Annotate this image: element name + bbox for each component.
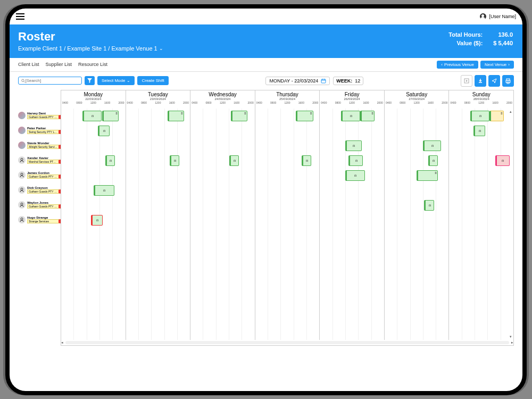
shift-block[interactable]: ⊡ [428,155,438,166]
avatar [18,171,26,179]
horizontal-scrollbar[interactable]: ◂ ▸ [61,340,513,345]
shift-block[interactable]: ≡ [231,111,247,121]
tablet-frame: [User Name] Roster Example Client 1 / Ex… [5,4,527,395]
shift-block[interactable]: ⊡ [423,140,441,151]
day-header: Wednesday24/03/202404000800120016002000 [190,90,255,109]
resource-row[interactable]: Peter ParkerSwing Security PTY LTD [18,123,61,138]
shift-block[interactable]: ⊡ [91,215,103,226]
download-icon [477,78,484,84]
schedule-header: Monday22/03/202404000800120016002000Tues… [61,90,513,109]
next-venue-button[interactable]: Next Venue › [480,61,514,69]
resource-row[interactable]: James GordonGotham Guards PTY LTD [18,168,61,182]
resource-company: Strange Services [27,219,61,223]
avatar [18,216,26,223]
send-button[interactable] [488,75,500,87]
resource-company: Swing Security PTY LTD [27,130,61,134]
shift-block[interactable]: ⊡ [345,140,361,151]
schedule-body: ⊡≡≡≡≡⊡≡⊡≡⊡⊡⊡⊡⊡⊡⊡⊡⊡⊡⊡⊡≡⊡⊡⊡ ▴▾ [61,109,513,340]
resource-row[interactable]: Xander XavierMarshal Services PTY LTD [18,153,61,168]
avatar [18,186,26,194]
shift-block[interactable]: ⊡ [345,170,364,181]
tab-supplier-list[interactable]: Supplier List [46,62,72,67]
breadcrumb[interactable]: Example Client 1 / Example Site 1 / Exam… [18,45,163,52]
svg-point-10 [21,158,23,160]
avatar [18,201,26,209]
tab-client-list[interactable]: Client List [18,62,39,67]
svg-point-13 [21,203,23,205]
toolbar: Select Mode ⌄ Create Shift MONDAY - 22/0… [10,72,522,90]
shift-block[interactable]: ⊡ [302,155,311,166]
schedule-grid: Harvey DentGotham Guards PTY LTDPeter Pa… [10,90,522,346]
tab-resource-list[interactable]: Resource List [78,62,107,67]
hamburger-icon[interactable] [16,13,24,20]
shift-block[interactable]: ≡ [417,170,438,181]
chevron-down-icon: ⌄ [159,46,163,51]
resource-company: Gotham Guards PTY LTD [27,189,61,194]
page-header: Roster Example Client 1 / Example Site 1… [10,24,522,58]
resource-company: Allnight Security Services [27,145,61,149]
day-header: Monday22/03/202404000800120016002000 [61,90,126,109]
user-name: [User Name] [489,14,516,19]
subnav: Client List Supplier List Resource List … [10,58,522,72]
resource-row[interactable]: Waylon JonesGotham Guards PTY LTD [18,197,61,212]
schedule-area[interactable]: Monday22/03/202404000800120016002000Tues… [61,90,514,346]
filter-button[interactable] [85,76,95,85]
svg-point-0 [22,79,24,81]
shift-block[interactable]: ≡ [102,111,119,121]
shift-block[interactable]: ⊡ [495,155,510,166]
shift-block[interactable]: ⊡ [98,126,110,136]
shift-block[interactable]: ⊡ [424,200,434,211]
vertical-scrollbar[interactable]: ▴▾ [508,109,513,340]
date-picker[interactable]: MONDAY - 22/03/2024 [265,77,330,85]
day-header: Thursday25/03/202404000800120016002000 [255,90,320,109]
resource-row[interactable]: Harvey DentGotham Guards PTY LTD [18,108,61,123]
resource-row[interactable]: Stevie WonderAllnight Security Services [18,138,61,153]
shift-block[interactable]: ⊡ [470,111,489,121]
avatar [18,156,26,164]
shift-block[interactable]: ⊡ [473,126,485,136]
avatar [18,112,26,119]
day-header: Sunday28/03/202404000800120016002000 [449,90,513,109]
resource-row[interactable]: Hugo StrangeStrange Services [18,212,61,227]
app-screen: [User Name] Roster Example Client 1 / Ex… [10,9,522,391]
subnav-tabs: Client List Supplier List Resource List [18,62,107,67]
scroll-left-icon: ◂ [61,340,63,345]
create-shift-button[interactable]: Create Shift [137,76,168,85]
resource-company: Gotham Guards PTY LTD [27,204,61,209]
export-icon [463,78,470,84]
shift-block[interactable]: ≡ [168,111,184,121]
page-title: Roster [18,30,163,44]
svg-line-1 [24,81,25,82]
svg-point-12 [21,188,23,190]
shift-block[interactable]: ⊡ [94,185,114,196]
search-input[interactable] [18,77,82,85]
print-button[interactable] [502,75,514,87]
resource-row[interactable]: Dick GraysonGotham Guards PTY LTD [18,182,61,197]
prev-venue-button[interactable]: ‹ Previous Venue [437,61,478,69]
shift-block[interactable]: ⊡ [341,111,360,121]
user-avatar-icon [480,13,486,20]
shift-block[interactable]: ≡ [360,111,375,121]
resource-company: Marshal Services PTY LTD [27,160,61,164]
svg-point-11 [21,173,23,175]
week-picker[interactable]: WEEK: 12 [333,77,363,85]
resource-column: Harvey DentGotham Guards PTY LTDPeter Pa… [18,90,61,346]
shift-block[interactable]: ⊡ [82,111,102,121]
svg-rect-2 [321,79,326,83]
shift-block[interactable]: ⊡ [348,155,363,166]
shift-block[interactable]: ⊡ [170,155,179,166]
header-stats: Total Hours:136.0 Value ($):$ 5,440 [438,30,514,48]
resource-company: Gotham Guards PTY LTD [27,115,61,119]
scroll-down-icon: ▾ [510,335,512,339]
shift-block[interactable]: ≡ [489,111,504,121]
user-menu[interactable]: [User Name] [480,13,516,20]
shift-block[interactable]: ⊡ [229,155,239,166]
download-button[interactable] [475,75,486,87]
select-mode-button[interactable]: Select Mode ⌄ [97,76,135,85]
export-button[interactable] [461,75,472,87]
search-icon [21,79,25,83]
scroll-right-icon: ▸ [511,340,513,345]
shift-block[interactable]: ≡ [296,111,313,121]
avatar [18,142,26,149]
shift-block[interactable]: ⊡ [105,155,115,166]
